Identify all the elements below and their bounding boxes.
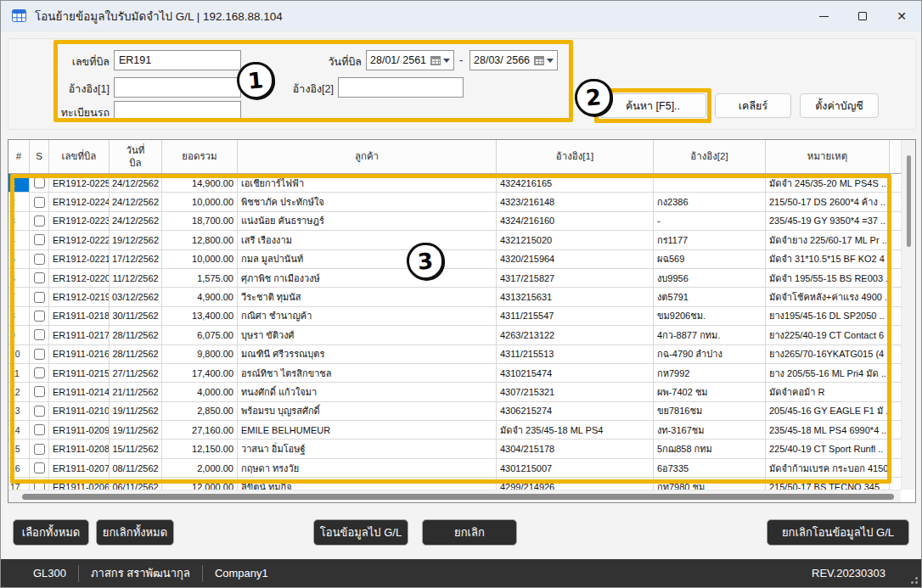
ref1-cell: 4306215274: [497, 402, 654, 420]
deselect-all-button[interactable]: ยกเลิกทั้งหมด: [96, 519, 174, 546]
calendar-icon: [430, 56, 441, 65]
customer-cell: วาสนา อิ่มโอษฐ์: [238, 440, 497, 457]
column-header-note[interactable]: หมายเหตุ: [766, 140, 890, 173]
column-header-customer[interactable]: ลูกค้า: [238, 140, 497, 173]
row-checkbox[interactable]: [34, 386, 45, 397]
row-checkbox[interactable]: [34, 197, 45, 208]
bill-date-from-picker[interactable]: 28/01/ 2561: [366, 50, 454, 70]
table-row[interactable]: 14 ER1911-0209 19/11/2562 27,160.00 EMIL…: [8, 421, 902, 440]
search-button[interactable]: ค้นหา [F5]..: [599, 93, 706, 118]
table-row[interactable]: 9 ER1911-0217 28/11/2562 6,075.00 บุษรา …: [8, 326, 902, 344]
customer-cell: มณฑินี ศรีวรรณบุตร: [238, 345, 497, 363]
select-all-button[interactable]: เลือกทั้งหมด: [13, 519, 89, 546]
table-row[interactable]: 2 ER1912-0224 24/12/2562 10,000.00 พิชชา…: [8, 193, 902, 211]
table-row[interactable]: 1 ER1912-0225 24/12/2562 14,900.00 เอเชี…: [8, 174, 902, 193]
ref1-cell: 4307/215321: [497, 383, 654, 400]
bill-date-to-picker[interactable]: 28/03/ 2566: [469, 50, 558, 70]
row-checkbox[interactable]: [34, 406, 45, 417]
row-number-cell: 12: [8, 383, 30, 400]
table-row[interactable]: 15 ER1911-0208 15/11/2562 12,150.00 วาสน…: [8, 440, 902, 458]
column-header-select[interactable]: S: [30, 140, 49, 173]
row-select-cell: [30, 193, 49, 210]
clear-button[interactable]: เคลียร์: [715, 93, 791, 118]
table-row[interactable]: 13 ER1911-0210 19/11/2562 2,850.00 พร้อม…: [8, 402, 902, 421]
row-checkbox[interactable]: [34, 216, 45, 227]
bill-date-cell: 27/11/2562: [110, 364, 162, 382]
column-header-ref1[interactable]: อ้างอิง[1]: [497, 140, 654, 173]
bill-no-cell: ER1911-0210: [49, 402, 110, 420]
maximize-icon: [858, 12, 867, 20]
row-checkbox[interactable]: [34, 311, 45, 322]
close-icon: ✕: [897, 9, 907, 23]
status-revision: REV.20230303: [812, 567, 885, 580]
note-cell: มัดจำก้ามเบรค กระบอก 4150 ...: [766, 459, 890, 477]
total-cell: 1,575.00: [162, 269, 238, 287]
row-checkbox[interactable]: [34, 462, 45, 473]
bill-date-cell: 08/11/2562: [110, 459, 162, 477]
row-checkbox[interactable]: [34, 367, 45, 378]
table-row[interactable]: 11 ER1911-0215 27/11/2562 17,400.00 อรณ์…: [8, 364, 902, 383]
ref1-cell: 4311/215513: [497, 345, 654, 363]
table-row[interactable]: 8 ER1911-0218 30/11/2562 13,400.00 กณิศา…: [8, 307, 902, 326]
account-setting-button[interactable]: ตั้งค่าบัญชี: [800, 93, 879, 118]
row-checkbox[interactable]: [34, 292, 45, 303]
table-row[interactable]: 5 ER1912-0221 17/12/2562 10,000.00 กมล ม…: [8, 250, 902, 269]
transfer-to-gl-button[interactable]: โอนข้อมูลไป G/L: [313, 519, 408, 546]
row-checkbox[interactable]: [34, 349, 45, 360]
note-cell: มัดจำยาง 225/60-17 ML Pr ...: [766, 231, 890, 249]
row-checkbox[interactable]: [34, 272, 45, 283]
column-header-bill-no[interactable]: เลขที่บิล: [49, 140, 110, 173]
row-select-cell: [30, 421, 49, 439]
grid-rows: 1 ER1912-0225 24/12/2562 14,900.00 เอเชี…: [8, 174, 902, 491]
bill-no-input[interactable]: [114, 50, 241, 70]
close-button[interactable]: ✕: [882, 1, 921, 31]
row-number-cell: 13: [8, 402, 30, 420]
row-checkbox[interactable]: [34, 234, 45, 245]
ref2-cell: ผฉ569: [654, 250, 766, 268]
table-row[interactable]: 7 ER1912-0219 03/12/2562 4,900.00 วีระชา…: [8, 288, 902, 306]
column-header-index[interactable]: #: [8, 140, 30, 173]
cancel-transfer-button[interactable]: ยกเลิกโอนข้อมูลไป G/L: [767, 519, 909, 546]
ref2-cell: งบ9956: [654, 269, 766, 287]
row-checkbox[interactable]: [34, 329, 45, 340]
total-cell: 18,700.00: [162, 212, 238, 230]
customer-cell: กมล มูลปานันท์: [238, 250, 497, 268]
ref1-cell: 4320/215964: [497, 250, 654, 268]
table-row[interactable]: 4 ER1912-0222 19/12/2562 12,800.00 เสรี …: [8, 231, 902, 249]
table-row[interactable]: 12 ER1911-0214 21/11/2562 4,000.00 ทนงศั…: [8, 383, 902, 401]
minimize-icon: [819, 16, 829, 17]
cancel-button[interactable]: ยกเลิก: [422, 519, 517, 546]
table-row[interactable]: 16 ER1911-0207 08/11/2562 2,000.00 กฤษดา…: [8, 459, 902, 478]
column-header-bill-date[interactable]: วันที่ บิล: [110, 140, 162, 173]
table-row[interactable]: 10 ER1911-0216 28/11/2562 9,800.00 มณฑิน…: [8, 345, 902, 364]
row-checkbox[interactable]: [34, 177, 45, 188]
horizontal-scrollbar-thumb[interactable]: [22, 494, 894, 500]
note-cell: 215/50-17 DS 2600*4 ค้าง ..: [766, 193, 890, 210]
car-reg-label: ทะเบียนรถ: [35, 104, 110, 121]
column-header-ref2[interactable]: อ้างอิง[2]: [654, 140, 766, 173]
vertical-scrollbar-thumb[interactable]: [907, 155, 911, 247]
row-checkbox[interactable]: [34, 424, 45, 435]
customer-cell: วีระชาติ ทุมนัส: [238, 288, 497, 305]
ref2-input[interactable]: [338, 77, 464, 98]
table-row[interactable]: 6 ER1912-0220 11/12/2562 1,575.00 ศุภาพิ…: [8, 269, 902, 288]
vertical-scrollbar[interactable]: [901, 140, 915, 490]
maximize-button[interactable]: [843, 1, 882, 31]
ref1-cell: 4324216165: [497, 174, 654, 192]
car-reg-input[interactable]: [114, 101, 241, 121]
customer-cell: EMILE BELHUMEUR: [238, 421, 497, 439]
row-number-cell: 10: [8, 345, 30, 363]
column-header-total[interactable]: ยอดรวม: [162, 140, 238, 173]
deposit-grid: # S เลขที่บิล วันที่ บิล ยอดรวม ลูกค้า อ…: [8, 139, 916, 503]
note-cell: 225/40-19 CT Sport Runfl ..: [766, 440, 890, 457]
row-checkbox[interactable]: [34, 444, 45, 455]
minimize-button[interactable]: [804, 1, 843, 31]
row-checkbox[interactable]: [34, 254, 45, 265]
ref1-input[interactable]: [114, 77, 241, 98]
bill-no-cell: ER1912-0221: [49, 250, 110, 268]
resize-grip[interactable]: [908, 574, 919, 585]
title-bar: โอนย้ายข้อมูลใบรับมัดจำไป G/L | 192.168.…: [1, 1, 921, 31]
bill-no-cell: ER1912-0220: [49, 269, 110, 287]
horizontal-scrollbar[interactable]: [8, 490, 901, 502]
table-row[interactable]: 3 ER1912-0223 24/12/2562 18,700.00 แน่งน…: [8, 212, 902, 231]
